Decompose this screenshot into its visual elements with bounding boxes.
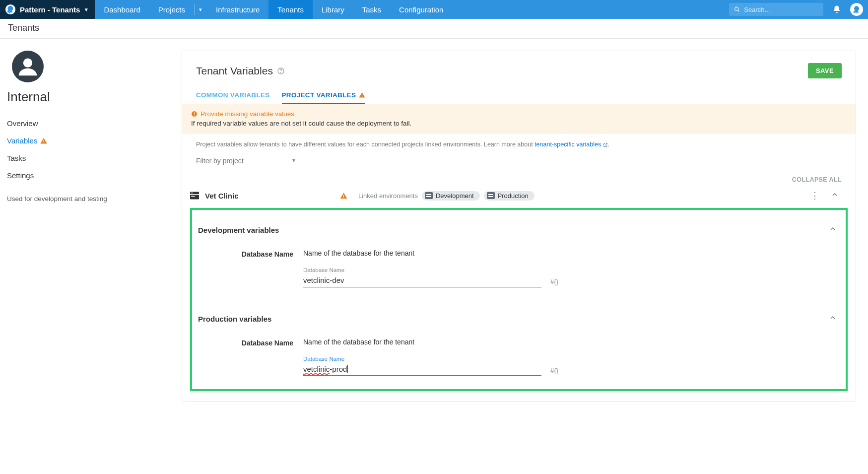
- variable-field: Database Name vetclinic-prod #{}: [303, 356, 541, 376]
- sidenav-settings[interactable]: Settings: [7, 167, 182, 184]
- octopus-logo-icon: [5, 4, 16, 15]
- svg-rect-14: [194, 115, 195, 116]
- tenant-description: Used for development and testing: [7, 195, 182, 203]
- tab-project-variables[interactable]: PROJECT VARIABLES: [282, 91, 366, 104]
- warning-icon: [359, 92, 365, 98]
- environment-icon: [487, 192, 495, 199]
- field-label: Database Name: [303, 267, 541, 273]
- variable-tabs: COMMON VARIABLES PROJECT VARIABLES: [196, 91, 842, 104]
- warning-icon: [340, 192, 347, 200]
- svg-rect-7: [44, 142, 44, 142]
- variable-row: Database Name Name of the database for t…: [192, 239, 846, 288]
- svg-rect-16: [190, 195, 199, 200]
- linked-environments: Linked environments Development Producti…: [358, 191, 534, 201]
- svg-point-9: [280, 72, 281, 72]
- project-header: Vet Clinic Linked environments Developme…: [182, 183, 856, 208]
- tenant-name: Internal: [7, 89, 182, 105]
- primary-nav: Dashboard Projects ▾ Infrastructure Tena…: [95, 0, 452, 19]
- variable-description: Name of the database for the tenant: [303, 338, 840, 346]
- save-button[interactable]: SAVE: [808, 63, 842, 78]
- breadcrumb: Tenants: [0, 19, 868, 39]
- development-section-header: Development variables: [192, 215, 846, 239]
- svg-rect-20: [343, 197, 344, 198]
- user-avatar[interactable]: [850, 3, 863, 16]
- collapse-production-button[interactable]: [826, 314, 840, 324]
- breadcrumb-text: Tenants: [8, 23, 39, 33]
- help-link[interactable]: tenant-specific variables: [534, 141, 608, 148]
- tenant-avatar: [12, 51, 44, 82]
- chevron-down-icon: ▾: [199, 6, 202, 13]
- production-section-title: Production variables: [198, 315, 271, 323]
- tenant-sidenav: Overview Variables Tasks Settings: [7, 115, 182, 184]
- search-input[interactable]: [744, 6, 818, 13]
- nav-tasks[interactable]: Tasks: [353, 0, 390, 19]
- variable-field: Database Name #{}: [303, 267, 541, 288]
- chevron-down-icon: ▾: [85, 6, 88, 13]
- missing-values-alert: Provide missing variable values If requi…: [182, 104, 856, 134]
- variables-card: Tenant Variables SAVE COMMON VARIABLES P…: [182, 51, 856, 402]
- svg-rect-18: [191, 196, 195, 197]
- svg-rect-10: [362, 94, 362, 96]
- collapse-development-button[interactable]: [826, 225, 840, 235]
- nav-dashboard[interactable]: Dashboard: [95, 0, 149, 19]
- variable-binding-button[interactable]: #{}: [550, 367, 558, 374]
- nav-infrastructure[interactable]: Infrastructure: [207, 0, 268, 19]
- development-section-title: Development variables: [198, 226, 279, 234]
- variable-name-label: Database Name: [198, 249, 303, 288]
- top-nav: Pattern - Tenants ▾ Dashboard Projects ▾…: [0, 0, 868, 19]
- sidenav-variables-label: Variables: [7, 136, 37, 145]
- svg-rect-13: [194, 112, 195, 114]
- variable-row: Database Name Name of the database for t…: [192, 328, 846, 376]
- tab-project-variables-label: PROJECT VARIABLES: [282, 91, 356, 99]
- info-warning-icon: [191, 111, 198, 117]
- env-chip-production[interactable]: Production: [484, 191, 534, 201]
- project-header-actions: ⋮: [808, 190, 842, 201]
- variable-body: Name of the database for the tenant Data…: [303, 249, 840, 288]
- filter-by-project[interactable]: [196, 154, 295, 168]
- chevron-up-icon: [831, 191, 839, 199]
- project-icon: [190, 192, 199, 200]
- alert-title: Provide missing variable values: [191, 110, 847, 118]
- page-layout: Internal Overview Variables Tasks Settin…: [0, 39, 868, 474]
- nav-projects-dropdown[interactable]: ▾: [194, 0, 207, 19]
- chevron-up-icon: [829, 314, 837, 322]
- filter-input[interactable]: [196, 154, 295, 168]
- nav-right: [729, 0, 868, 19]
- sidenav-overview[interactable]: Overview: [7, 115, 182, 132]
- card-header: Tenant Variables SAVE: [196, 63, 842, 78]
- env-chip-development[interactable]: Development: [422, 191, 480, 201]
- tenant-sidebar: Internal Overview Variables Tasks Settin…: [0, 39, 182, 474]
- prod-database-name-input[interactable]: vetclinic-prod: [303, 364, 541, 376]
- variable-binding-button[interactable]: #{}: [550, 278, 558, 285]
- collapse-project-button[interactable]: [828, 191, 842, 201]
- svg-rect-11: [362, 96, 362, 97]
- help-text: Project variables allow tenants to have …: [182, 134, 856, 151]
- collapse-all-button[interactable]: COLLAPSE ALL: [182, 168, 856, 183]
- bell-icon: [832, 5, 841, 14]
- dev-database-name-input[interactable]: [303, 275, 541, 288]
- space-switcher[interactable]: Pattern - Tenants ▾: [0, 0, 95, 19]
- main-column: Tenant Variables SAVE COMMON VARIABLES P…: [182, 39, 868, 474]
- tab-common-variables[interactable]: COMMON VARIABLES: [196, 91, 270, 104]
- person-icon: [17, 56, 39, 77]
- linked-environments-label: Linked environments: [358, 192, 418, 200]
- variable-name-label: Database Name: [198, 338, 303, 376]
- svg-rect-17: [191, 193, 193, 194]
- variable-body: Name of the database for the tenant Data…: [303, 338, 840, 376]
- nav-tenants[interactable]: Tenants: [268, 0, 313, 19]
- sidenav-tasks[interactable]: Tasks: [7, 149, 182, 167]
- nav-configuration[interactable]: Configuration: [390, 0, 452, 19]
- notifications-button[interactable]: [830, 3, 843, 16]
- sidenav-variables[interactable]: Variables: [7, 132, 182, 149]
- svg-point-2: [735, 7, 738, 10]
- alert-description: If required variable values are not set …: [191, 120, 847, 127]
- global-search[interactable]: [729, 3, 823, 16]
- svg-point-5: [23, 59, 32, 68]
- variable-description: Name of the database for the tenant: [303, 249, 840, 257]
- nav-projects[interactable]: Projects: [149, 0, 194, 19]
- help-icon[interactable]: [277, 67, 285, 75]
- svg-line-3: [738, 10, 739, 12]
- nav-library[interactable]: Library: [313, 0, 353, 19]
- overflow-menu-button[interactable]: ⋮: [808, 190, 822, 201]
- external-link-icon: [603, 142, 608, 147]
